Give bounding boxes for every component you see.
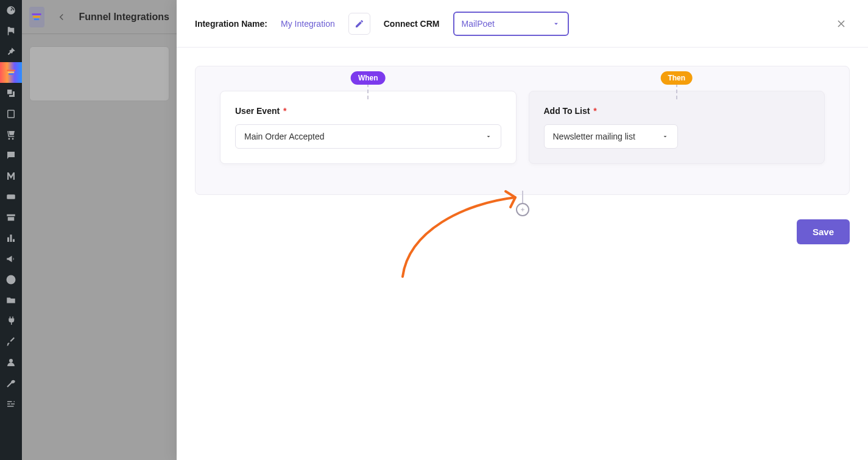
connector-line [367, 83, 369, 99]
crm-select[interactable]: MailPoet [453, 12, 569, 36]
sidebar-item-analytics[interactable] [0, 228, 22, 249]
add-connector-line [522, 191, 523, 203]
megaphone-icon [5, 253, 16, 264]
flag-icon [5, 26, 16, 37]
wp-admin-sidebar [0, 0, 22, 460]
drawer-body: When User Event * Main Order Accepted [177, 48, 868, 460]
elementor-icon [5, 274, 16, 285]
bar-chart-icon [5, 233, 16, 244]
pin-icon [5, 46, 16, 57]
plus-icon [520, 207, 526, 213]
gauge-icon [5, 5, 16, 16]
page-title: Funnel Integrations [79, 12, 169, 23]
sidebar-item-elementor[interactable] [0, 269, 22, 290]
integration-name-label: Integration Name: [195, 19, 267, 29]
user-event-label: User Event * [235, 106, 501, 116]
sidebar-item-archive[interactable] [0, 207, 22, 228]
woo-icon [5, 191, 16, 202]
folder-icon [5, 295, 16, 306]
sidebar-item-plugins[interactable] [0, 311, 22, 331]
add-to-list-value: Newsletter mailing list [553, 132, 635, 141]
media-icon [5, 88, 16, 99]
arrow-left-icon [56, 12, 67, 23]
user-event-value: Main Order Accepted [244, 132, 325, 141]
funnel-stripes-icon [5, 67, 16, 78]
sidebar-item-settings[interactable] [0, 394, 22, 414]
sidebar-item-marketing[interactable] [0, 249, 22, 269]
chevron-down-icon [662, 133, 669, 140]
plug-icon [5, 316, 16, 327]
svg-rect-0 [7, 70, 15, 71]
sidebar-item-users[interactable] [0, 352, 22, 373]
add-to-list-label: Add To List * [544, 106, 810, 116]
page-backdrop: Funnel Integrations [22, 0, 177, 460]
integration-name-value: My Integration [281, 19, 335, 29]
footer-actions: Save [195, 219, 850, 244]
when-column: When User Event * Main Order Accepted [220, 91, 517, 164]
app-logo[interactable] [29, 7, 44, 27]
svg-rect-6 [34, 16, 41, 18]
connect-crm-label: Connect CRM [384, 19, 440, 29]
sidebar-item-media[interactable] [0, 83, 22, 104]
sidebar-item-comments[interactable] [0, 145, 22, 166]
svg-rect-2 [9, 74, 13, 75]
funnel-logo-icon [30, 11, 43, 23]
sidebar-item-pin[interactable] [0, 41, 22, 62]
sidebar-item-book[interactable] [0, 104, 22, 124]
then-panel: Add To List * Newsletter mailing list [529, 91, 825, 164]
sidebar-item-appearance[interactable] [0, 331, 22, 352]
svg-point-4 [7, 275, 16, 285]
then-badge: Then [660, 71, 693, 85]
back-button[interactable] [54, 7, 69, 27]
chevron-down-icon [552, 19, 560, 28]
sidebar-item-woo[interactable] [0, 186, 22, 207]
required-marker: * [283, 106, 286, 116]
background-card [29, 46, 169, 101]
svg-rect-1 [8, 72, 15, 73]
pencil-icon [355, 19, 364, 29]
archive-icon [5, 212, 16, 223]
sliders-icon [5, 398, 16, 409]
svg-rect-7 [34, 18, 39, 20]
then-column: Then Add To List * Newsletter mailing li… [529, 91, 825, 164]
comment-icon [5, 150, 16, 161]
cart-icon [5, 129, 16, 140]
rule-container: When User Event * Main Order Accepted [195, 66, 850, 195]
sidebar-item-templates[interactable] [0, 290, 22, 311]
rule-row: When User Event * Main Order Accepted [220, 91, 825, 164]
svg-rect-3 [7, 194, 15, 199]
add-to-list-select[interactable]: Newsletter mailing list [544, 124, 678, 149]
when-panel: User Event * Main Order Accepted [220, 91, 517, 164]
page-topbar: Funnel Integrations [22, 0, 177, 34]
sidebar-item-dashboard[interactable] [0, 0, 22, 21]
required-marker: * [593, 106, 596, 116]
user-event-select[interactable]: Main Order Accepted [235, 124, 501, 149]
when-badge: When [351, 71, 386, 85]
book-icon [5, 108, 16, 119]
sidebar-item-funnel[interactable] [0, 62, 22, 83]
add-rule-button[interactable] [516, 203, 529, 216]
sidebar-item-flag[interactable] [0, 21, 22, 41]
connector-line [676, 83, 677, 99]
add-to-list-label-text: Add To List [544, 106, 590, 116]
chevron-down-icon [485, 133, 492, 140]
letter-m-icon [5, 171, 16, 182]
user-icon [5, 357, 16, 368]
save-button[interactable]: Save [797, 219, 850, 244]
close-button[interactable] [833, 15, 850, 32]
sidebar-item-cart[interactable] [0, 124, 22, 145]
user-event-label-text: User Event [235, 106, 280, 116]
sidebar-item-m[interactable] [0, 166, 22, 186]
crm-select-value: MailPoet [462, 19, 495, 29]
integration-drawer: Integration Name: My Integration Connect… [177, 0, 868, 460]
wrench-icon [5, 378, 16, 389]
close-icon [835, 18, 847, 30]
svg-rect-5 [32, 13, 41, 15]
brush-icon [5, 336, 16, 347]
drawer-header: Integration Name: My Integration Connect… [177, 0, 868, 48]
edit-name-button[interactable] [348, 13, 370, 35]
sidebar-item-tools[interactable] [0, 373, 22, 394]
